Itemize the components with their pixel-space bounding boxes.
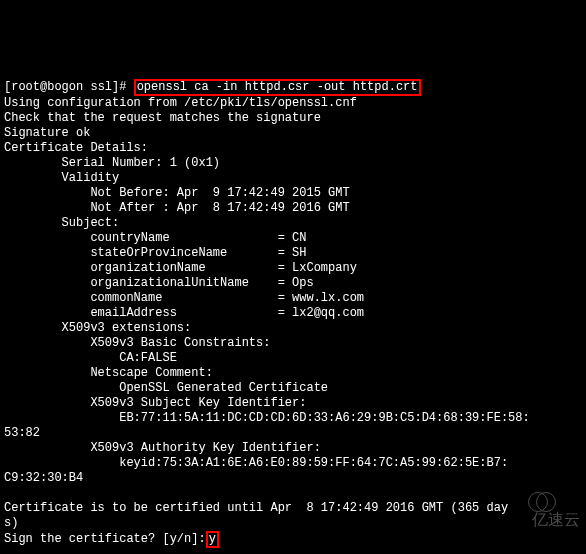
command-text: openssl ca -in httpd.csr -out httpd.crt [137,80,418,94]
output-line: Check that the request matches the signa… [4,111,321,125]
authority-key-id-value: keyid:75:3A:A1:6E:A6:E0:89:59:FF:64:7C:A… [119,456,508,470]
command-highlight: openssl ca -in httpd.csr -out httpd.crt [134,79,421,96]
output-line: Signature ok [4,126,90,140]
validity-label: Validity [62,171,120,185]
netscape-comment-label: Netscape Comment: [90,366,212,380]
sign-prompt: Sign the certificate? [y/n]: [4,532,206,546]
subject-key-id-value: EB:77:11:5A:11:DC:CD:CD:6D:33:A6:29:9B:C… [119,411,529,425]
authority-key-id-value-cont: C9:32:30:B4 [4,471,83,485]
shell-prompt: [root@bogon ssl]# [4,80,134,94]
output-line: Using configuration from /etc/pki/tls/op… [4,96,357,110]
certify-until: Certificate is to be certified until Apr… [4,501,508,515]
subject-country: CN [292,231,306,245]
subject-state: SH [292,246,306,260]
serial-number: Serial Number: 1 (0x1) [62,156,220,170]
sign-answer: y [209,532,216,546]
not-after: Not After : Apr 8 17:42:49 2016 GMT [90,201,349,215]
watermark-circle-icon [536,492,556,512]
subject-key-id-label: X509v3 Subject Key Identifier: [90,396,306,410]
netscape-comment-value: OpenSSL Generated Certificate [119,381,328,395]
subject-cn: www.lx.com [292,291,364,305]
subject-key-id-value-cont: 53:82 [4,426,40,440]
watermark-text: 亿速云 [532,511,580,528]
basic-constraints-value: CA:FALSE [119,351,177,365]
terminal-output[interactable]: [root@bogon ssl]# openssl ca -in httpd.c… [0,60,586,554]
subject-org: LxCompany [292,261,357,275]
output-line: Certificate Details: [4,141,148,155]
sign-answer-highlight: y [206,531,219,548]
authority-key-id-label: X509v3 Authority Key Identifier: [90,441,320,455]
subject-email: lx2@qq.com [292,306,364,320]
certify-until-cont: s) [4,516,18,530]
x509-header: X509v3 extensions: [62,321,192,335]
basic-constraints-label: X509v3 Basic Constraints: [90,336,270,350]
not-before: Not Before: Apr 9 17:42:49 2015 GMT [90,186,349,200]
subject-label: Subject: [62,216,120,230]
subject-ou: Ops [292,276,314,290]
watermark: 亿速云 [514,477,580,528]
